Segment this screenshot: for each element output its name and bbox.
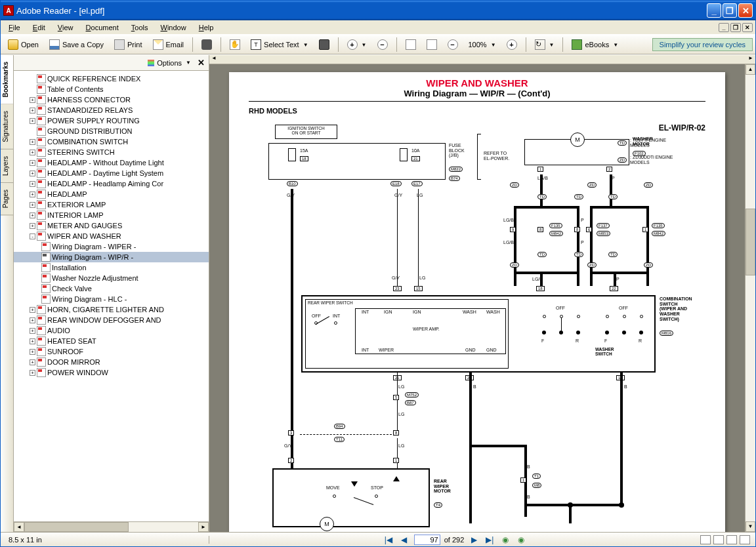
bookmark-item[interactable]: QUICK REFERENCE INDEX	[14, 73, 209, 84]
close-button[interactable]: ✕	[738, 3, 753, 18]
print-button[interactable]: Print	[110, 37, 147, 52]
bookmark-item[interactable]: +HEADLAMP - Without Daytime Light	[14, 157, 209, 168]
bookmark-item[interactable]: +HORN, CIGARETTE LIGHTER AND	[14, 304, 209, 315]
hscroll-left[interactable]: ◄	[209, 55, 219, 64]
maximize-button[interactable]: ❐	[723, 3, 737, 18]
expand-icon[interactable]: -	[30, 233, 35, 239]
page-viewport[interactable]: WIPER AND WASHER Wiring Diagram — WIP/R …	[209, 64, 745, 532]
menu-document[interactable]: Document	[81, 22, 124, 33]
email-button[interactable]: Email	[148, 37, 189, 52]
bookmark-item[interactable]: +SUNROOF	[14, 346, 209, 357]
vertical-scrollbar[interactable]: ▲▼	[745, 64, 755, 532]
ebooks-button[interactable]: eBooks▼	[567, 37, 623, 52]
bookmark-item[interactable]: +DOOR MIRROR	[14, 357, 209, 367]
bookmark-item[interactable]: Installation	[14, 262, 209, 273]
mdi-restore[interactable]: ❐	[730, 23, 741, 32]
tab-pages[interactable]: Pages	[1, 183, 13, 215]
bookmark-item[interactable]: Washer Nozzle Adjustment	[14, 273, 209, 283]
fit-page-button[interactable]	[422, 37, 442, 52]
expand-icon[interactable]: +	[30, 223, 35, 229]
hand-tool[interactable]: ✋	[225, 37, 245, 52]
bookmark-item[interactable]: +INTERIOR LAMP	[14, 210, 209, 220]
bookmark-item[interactable]: Wiring Diagram - HLC -	[14, 294, 209, 304]
page-number-input[interactable]	[414, 535, 440, 545]
zoom-out-button[interactable]: −	[373, 37, 392, 52]
mdi-minimize[interactable]: _	[719, 23, 729, 32]
zoom-in-button[interactable]: +▼	[343, 37, 371, 52]
menu-help[interactable]: Help	[194, 22, 219, 33]
menu-window[interactable]: Window	[156, 22, 192, 33]
bookmark-item[interactable]: Wiring Diagram - WIPER -	[14, 241, 209, 252]
expand-icon[interactable]: +	[30, 160, 35, 166]
expand-icon[interactable]: +	[30, 359, 35, 365]
expand-icon[interactable]: +	[30, 139, 35, 145]
bookmark-item[interactable]: +METER AND GAUGES	[14, 220, 209, 231]
mdi-close[interactable]: ✕	[742, 23, 753, 32]
search-button[interactable]	[197, 37, 217, 52]
bookmark-item[interactable]: +POWER SUPPLY ROUTING	[14, 115, 209, 126]
bookmark-item[interactable]: +HEATED SEAT	[14, 336, 209, 346]
bookmarks-hscroll[interactable]: ◄►	[14, 521, 209, 532]
open-button[interactable]: Open	[3, 37, 43, 52]
nav-fwd-button[interactable]: ◉	[515, 534, 527, 546]
actual-size-button[interactable]	[401, 37, 421, 52]
expand-icon[interactable]: +	[30, 181, 35, 187]
zoom-plus-button[interactable]: +	[502, 37, 522, 52]
bookmark-item[interactable]: +HEADLAMP - Daytime Light System	[14, 168, 209, 178]
expand-icon[interactable]: +	[30, 317, 35, 323]
expand-icon[interactable]: +	[30, 328, 35, 334]
expand-icon[interactable]: +	[30, 97, 35, 103]
next-page-button[interactable]: ▶	[468, 534, 480, 546]
bookmarks-options[interactable]: Options ▼	[148, 59, 191, 67]
bookmark-item[interactable]: +EXTERIOR LAMP	[14, 199, 209, 210]
zoom-level[interactable]: 100%▼	[464, 39, 501, 51]
tab-bookmarks[interactable]: Bookmarks	[1, 55, 13, 104]
expand-icon[interactable]: +	[30, 171, 35, 176]
continuous-view[interactable]	[713, 535, 724, 544]
minimize-button[interactable]: _	[707, 3, 721, 18]
facing-view[interactable]	[726, 535, 737, 544]
expand-icon[interactable]: +	[30, 349, 35, 355]
bookmark-item[interactable]: +HARNESS CONNECTOR	[14, 94, 209, 105]
single-page-view[interactable]	[700, 535, 711, 544]
last-page-button[interactable]: ▶|	[484, 534, 495, 546]
tab-layers[interactable]: Layers	[1, 150, 13, 183]
bookmark-item[interactable]: +AUDIO	[14, 325, 209, 336]
fit-width-button[interactable]: −	[443, 37, 463, 52]
bookmark-item[interactable]: Wiring Diagram - WIP/R -	[14, 252, 209, 262]
expand-icon[interactable]: +	[30, 108, 35, 113]
prev-page-button[interactable]: ◀	[398, 534, 410, 546]
expand-icon[interactable]: +	[30, 370, 35, 376]
menu-edit[interactable]: Edit	[28, 22, 51, 33]
select-text-tool[interactable]: TSelect Text▼	[246, 37, 313, 52]
snapshot-tool[interactable]	[314, 37, 334, 52]
hscroll-right[interactable]: ►	[746, 55, 755, 64]
bookmark-item[interactable]: +STANDARDIZED RELAYS	[14, 105, 209, 115]
menu-view[interactable]: View	[52, 22, 79, 33]
bookmark-item[interactable]: -WIPER AND WASHER	[14, 231, 209, 241]
expand-icon[interactable]: +	[30, 213, 35, 218]
menu-file[interactable]: FFileile	[3, 22, 26, 33]
first-page-button[interactable]: |◀	[383, 534, 394, 546]
tab-signatures[interactable]: Signatures	[1, 104, 13, 150]
expand-icon[interactable]: +	[30, 192, 35, 197]
bookmark-item[interactable]: GROUND DISTRIBUTION	[14, 126, 209, 136]
expand-icon[interactable]: +	[30, 338, 35, 344]
menu-tools[interactable]: Tools	[126, 22, 154, 33]
bookmark-item[interactable]: +REAR WINDOW DEFOGGER AND	[14, 315, 209, 325]
bookmark-item[interactable]: +COMBINATION SWITCH	[14, 136, 209, 147]
bookmarks-close[interactable]: ✕	[198, 58, 205, 68]
nav-back-button[interactable]: ◉	[499, 534, 511, 546]
save-copy-button[interactable]: Save a Copy	[45, 37, 108, 52]
expand-icon[interactable]: +	[30, 118, 35, 124]
review-cycles-link[interactable]: Simplify your review cycles	[652, 38, 753, 51]
bookmark-item[interactable]: +POWER WINDOW	[14, 367, 209, 378]
rotate-button[interactable]: ↻▼	[530, 37, 559, 52]
expand-icon[interactable]: +	[30, 150, 35, 155]
expand-icon[interactable]: +	[30, 202, 35, 208]
bookmark-item[interactable]: +HEADLAMP	[14, 189, 209, 199]
bookmark-item[interactable]: +STEERING SWITCH	[14, 147, 209, 157]
continuous-facing-view[interactable]	[740, 535, 750, 544]
bookmark-item[interactable]: +HEADLAMP - Headlamp Aiming Cor	[14, 178, 209, 189]
bookmark-item[interactable]: Check Valve	[14, 283, 209, 294]
